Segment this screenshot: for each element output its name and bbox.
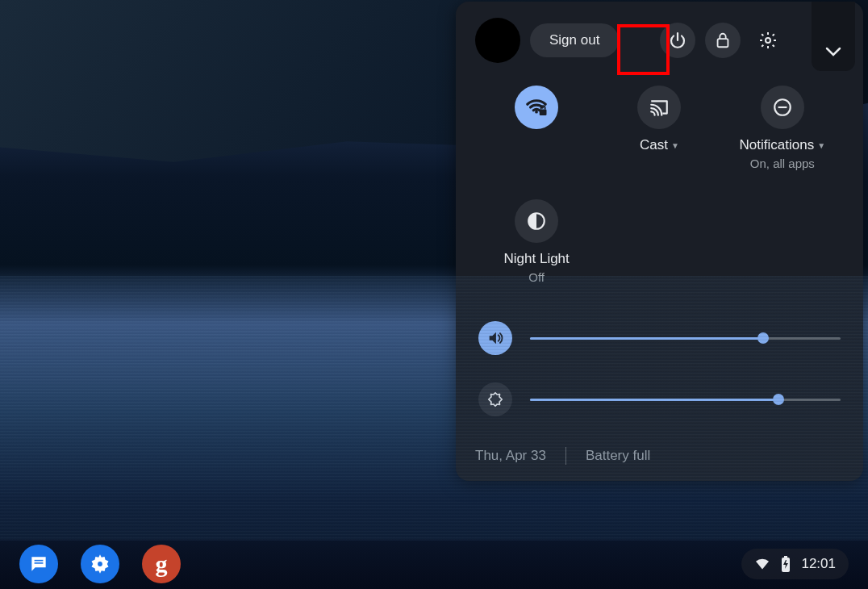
- svg-point-9: [98, 562, 102, 566]
- volume-slider[interactable]: [530, 337, 841, 340]
- quick-toggles-grid: Cast ▼ Notifications ▼ On, all apps Nig: [475, 86, 844, 284]
- lock-icon: [714, 31, 732, 49]
- shelf: g 12:01: [0, 539, 868, 589]
- brightness-slider-row: [475, 382, 844, 416]
- shelf-apps: g: [19, 545, 181, 583]
- brightness-slider[interactable]: [530, 399, 841, 401]
- messages-app-icon[interactable]: [19, 545, 58, 583]
- collapse-panel-button[interactable]: [812, 2, 855, 71]
- chevron-down-icon: [825, 47, 841, 56]
- notifications-sublabel: On, all apps: [750, 157, 815, 170]
- power-button[interactable]: [660, 23, 695, 58]
- notifications-toggle[interactable]: Notifications ▼ On, all apps: [729, 86, 836, 170]
- svg-rect-11: [784, 556, 787, 558]
- cast-toggle[interactable]: Cast ▼: [606, 86, 712, 170]
- panel-footer: Thu, Apr 33 Battery full: [475, 444, 844, 465]
- desktop-wallpaper: Sign out: [0, 0, 868, 589]
- chat-icon: [28, 553, 49, 574]
- sign-out-button[interactable]: Sign out: [530, 23, 619, 57]
- cast-icon: [649, 97, 670, 118]
- wifi-status-icon: [754, 558, 770, 570]
- gear-icon: [758, 31, 778, 50]
- cast-label: Cast ▼: [640, 137, 679, 153]
- brightness-icon: [486, 391, 504, 408]
- volume-icon-button[interactable]: [478, 321, 512, 355]
- brightness-icon-button[interactable]: [478, 382, 512, 416]
- dropdown-arrow-icon: ▼: [817, 141, 825, 150]
- svg-point-1: [766, 38, 770, 43]
- wifi-toggle[interactable]: [483, 86, 590, 170]
- dropdown-arrow-icon: ▼: [671, 141, 679, 150]
- user-avatar[interactable]: [475, 18, 520, 63]
- divider: [565, 447, 566, 465]
- g-app-icon[interactable]: g: [142, 545, 181, 583]
- night-light-sublabel: Off: [528, 270, 545, 284]
- power-icon: [668, 31, 687, 50]
- status-time: 12:01: [801, 556, 836, 572]
- gear-icon: [89, 553, 111, 575]
- svg-rect-0: [718, 39, 728, 47]
- notifications-label: Notifications ▼: [740, 137, 826, 153]
- panel-header: Sign out: [475, 18, 844, 63]
- footer-battery: Battery full: [586, 448, 650, 464]
- wifi-locked-icon: [524, 95, 549, 119]
- volume-slider-row: [475, 321, 844, 355]
- footer-date: Thu, Apr 33: [475, 448, 546, 464]
- do-not-disturb-icon: [772, 97, 793, 118]
- battery-status-icon: [780, 555, 791, 573]
- night-light-label: Night Light: [504, 251, 570, 267]
- quick-settings-panel: Sign out: [456, 2, 863, 481]
- night-light-icon: [526, 211, 547, 232]
- volume-icon: [486, 329, 504, 347]
- lock-button[interactable]: [705, 23, 741, 58]
- settings-app-icon[interactable]: [81, 545, 119, 583]
- status-tray[interactable]: 12:01: [741, 549, 849, 579]
- settings-button[interactable]: [750, 23, 786, 58]
- night-light-toggle[interactable]: Night Light Off: [483, 199, 590, 284]
- svg-rect-2: [540, 110, 547, 116]
